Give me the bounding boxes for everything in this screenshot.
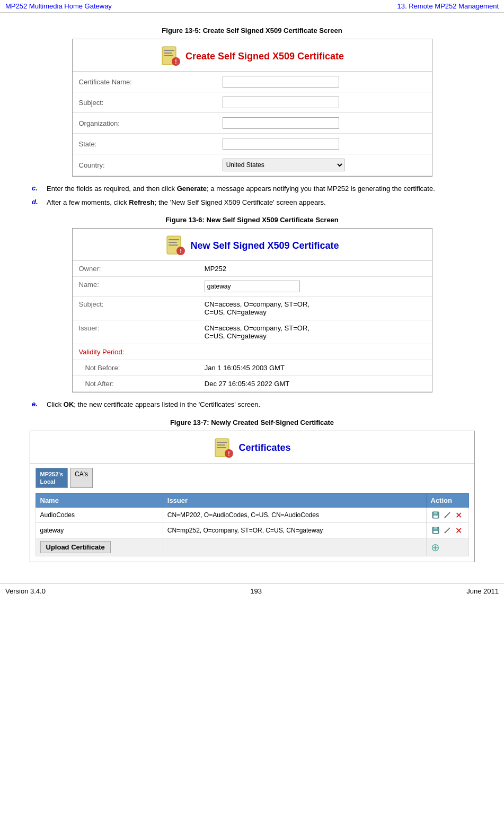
cert-table-header-row: Name Issuer Action bbox=[36, 494, 468, 508]
instruction-e-text: Click OK; the new certificate appears li… bbox=[47, 400, 483, 409]
cert-issuer-gateway: CN=mp252, O=company, ST=OR, C=US, CN=gat… bbox=[163, 523, 426, 538]
cert-table: Name Issuer Action AudioCodes CN=MP202, … bbox=[36, 493, 469, 556]
state-input[interactable] bbox=[223, 138, 339, 150]
not-after-label: Not After: bbox=[73, 376, 198, 392]
new-cert-title: New Self Signed X509 Certificate bbox=[190, 240, 339, 251]
cert-row-audiocodes: AudioCodes CN=MP202, O=AudioCodes, C=US,… bbox=[36, 508, 468, 523]
svg-line-23 bbox=[445, 517, 446, 518]
instruction-c-text: Enter the fields as required, and then c… bbox=[47, 184, 483, 194]
delete-audiocodes-icon[interactable]: ✕ bbox=[454, 510, 464, 520]
not-after-value: Dec 27 16:05:45 2022 GMT bbox=[198, 376, 432, 392]
delete-gateway-icon[interactable]: ✕ bbox=[454, 526, 464, 535]
edit-audiocodes-icon[interactable] bbox=[443, 510, 452, 520]
cert-name-gateway: gateway bbox=[36, 523, 163, 538]
country-select[interactable]: United States Canada United Kingdom Germ… bbox=[223, 159, 344, 171]
validity-label: Validity Period: bbox=[73, 344, 198, 360]
instruction-e: e. Click OK; the new certificate appears… bbox=[32, 400, 483, 409]
not-before-label: Not Before: bbox=[73, 360, 198, 376]
name-label: Name: bbox=[73, 277, 198, 296]
cert-action-gateway: ✕ bbox=[426, 523, 468, 538]
svg-rect-2 bbox=[164, 53, 172, 54]
svg-rect-14 bbox=[217, 444, 225, 446]
footer-left: Version 3.4.0 bbox=[5, 587, 46, 595]
country-value: United States Canada United Kingdom Germ… bbox=[216, 154, 432, 176]
country-label: Country: bbox=[73, 154, 216, 176]
edit-gateway-icon[interactable] bbox=[443, 526, 452, 535]
footer-right: June 2011 bbox=[466, 587, 499, 595]
cert-action-audiocodes: ✕ bbox=[426, 508, 468, 523]
name-value bbox=[198, 277, 432, 296]
upload-cert-action: ⊕ bbox=[426, 538, 468, 556]
upload-cert-button[interactable]: Upload Certificate bbox=[40, 541, 111, 553]
add-cert-icon[interactable]: ⊕ bbox=[431, 543, 440, 552]
save-gateway-icon[interactable] bbox=[431, 526, 440, 535]
svg-rect-15 bbox=[217, 447, 226, 448]
field-subject: Subject: bbox=[73, 92, 432, 113]
subject-label: Subject: bbox=[73, 92, 216, 113]
row-not-before: Not Before: Jan 1 16:05:45 2003 GMT bbox=[73, 360, 432, 376]
figure3-title: Figure 13-7: Newly Created Self-Signed C… bbox=[21, 418, 483, 426]
create-cert-form: Certificate Name: Subject: Organization: bbox=[73, 72, 432, 176]
cert-name-label: Certificate Name: bbox=[73, 72, 216, 92]
name-input[interactable] bbox=[205, 281, 300, 292]
svg-line-22 bbox=[449, 512, 450, 513]
svg-rect-8 bbox=[169, 242, 177, 243]
instruction-e-wrapper: e. Click OK; the new certificate appears… bbox=[32, 400, 483, 409]
new-cert-info: Owner: MP252 Name: Subject: CN=access, O… bbox=[73, 261, 432, 392]
subject-value bbox=[216, 92, 432, 113]
svg-rect-7 bbox=[169, 239, 179, 240]
subject-input[interactable] bbox=[223, 97, 339, 108]
figure2-title: Figure 13-6: New Self Signed X509 Certif… bbox=[21, 216, 483, 224]
field-state: State: bbox=[73, 134, 432, 154]
not-before-value: Jan 1 16:05:45 2003 GMT bbox=[198, 360, 432, 376]
figure1-title: Figure 13-5: Create Self Signed X509 Cer… bbox=[21, 27, 483, 34]
cert-screen-header: ! Certificates bbox=[30, 431, 474, 464]
new-cert-screen: ! New Self Signed X509 Certificate Owner… bbox=[72, 228, 432, 392]
create-cert-title: Create Self Signed X509 Certificate bbox=[185, 51, 344, 62]
svg-text:!: ! bbox=[228, 451, 230, 457]
certificate-icon: ! bbox=[160, 46, 181, 67]
svg-rect-9 bbox=[169, 245, 178, 246]
org-input[interactable] bbox=[223, 117, 339, 129]
field-cert-name: Certificate Name: bbox=[73, 72, 432, 92]
cert-name-input[interactable] bbox=[223, 76, 339, 88]
col-action-header: Action bbox=[426, 494, 468, 508]
subject2-value: CN=access, O=company, ST=OR,C=US, CN=gat… bbox=[198, 296, 432, 320]
validity-value bbox=[198, 344, 432, 360]
tab-mp252-local[interactable]: MP252'sLocal bbox=[36, 468, 68, 488]
instruction-c-label: c. bbox=[32, 184, 47, 192]
save-audiocodes-icon[interactable] bbox=[431, 510, 440, 520]
org-value bbox=[216, 113, 432, 134]
row-owner: Owner: MP252 bbox=[73, 261, 432, 277]
svg-rect-25 bbox=[434, 527, 437, 529]
col-name-header: Name bbox=[36, 494, 163, 508]
instruction-d-label: d. bbox=[32, 198, 47, 206]
state-label: State: bbox=[73, 134, 216, 154]
certificate-icon-2: ! bbox=[165, 235, 186, 256]
action-cell-gateway: ✕ bbox=[431, 526, 464, 535]
owner-label: Owner: bbox=[73, 261, 198, 277]
upload-cert-row: Upload Certificate ⊕ bbox=[36, 538, 468, 556]
instruction-d: d. After a few moments, click Refresh; t… bbox=[32, 198, 483, 207]
tab-cas[interactable]: CA's bbox=[70, 468, 93, 488]
org-label: Organization: bbox=[73, 113, 216, 134]
owner-value: MP252 bbox=[198, 261, 432, 277]
svg-rect-3 bbox=[164, 55, 173, 56]
svg-line-28 bbox=[449, 528, 450, 529]
certificates-screen: ! Certificates MP252'sLocal CA's Name Is… bbox=[30, 431, 475, 563]
subject2-label: Subject: bbox=[73, 296, 198, 320]
row-not-after: Not After: Dec 27 16:05:45 2022 GMT bbox=[73, 376, 432, 392]
cert-issuer-audiocodes: CN=MP202, O=AudioCodes, C=US, CN=AudioCo… bbox=[163, 508, 426, 523]
upload-action-cell: ⊕ bbox=[431, 543, 464, 552]
create-cert-screen: ! Create Self Signed X509 Certificate Ce… bbox=[72, 39, 432, 177]
row-issuer: Issuer: CN=access, O=company, ST=OR,C=US… bbox=[73, 320, 432, 344]
issuer-value: CN=access, O=company, ST=OR,C=US, CN=gat… bbox=[198, 320, 432, 344]
page-content: Figure 13-5: Create Self Signed X509 Cer… bbox=[0, 13, 504, 573]
state-value bbox=[216, 134, 432, 154]
upload-cert-label-cell: Upload Certificate bbox=[36, 538, 163, 556]
instruction-c: c. Enter the fields as required, and the… bbox=[32, 184, 483, 194]
svg-text:!: ! bbox=[180, 248, 182, 254]
page-header: MP252 Multimedia Home Gateway 13. Remote… bbox=[0, 0, 504, 13]
instruction-d-text: After a few moments, click Refresh; the … bbox=[47, 198, 483, 207]
cert-table-wrapper: Name Issuer Action AudioCodes CN=MP202, … bbox=[30, 488, 474, 562]
